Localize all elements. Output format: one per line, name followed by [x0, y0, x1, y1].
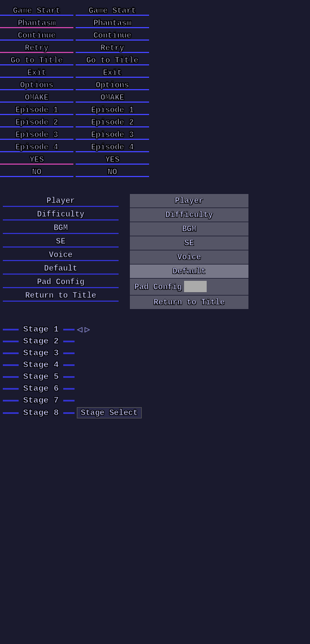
options-right-item-5[interactable]: Default: [130, 264, 248, 278]
options-left-item-4[interactable]: Voice: [3, 248, 119, 262]
options-left-item-7[interactable]: Return to Title: [3, 289, 119, 302]
menu-left-item-0[interactable]: Game Start: [0, 5, 73, 17]
menu-right-item-12[interactable]: YES: [76, 153, 149, 166]
stage-bar-right-7: [63, 412, 75, 414]
options-left-item-5[interactable]: Default: [3, 262, 119, 275]
options-right-item-1[interactable]: Difficulty: [130, 208, 248, 222]
options-right-item-4[interactable]: Voice: [130, 250, 248, 264]
stage-row-6[interactable]: Stage 7: [3, 395, 307, 406]
options-right-item-0[interactable]: Player: [130, 194, 248, 208]
stage-label-2: Stage 3: [21, 348, 61, 359]
menu-left-item-10[interactable]: Episode 3: [0, 129, 73, 141]
stage-bar-left-4: [3, 376, 19, 378]
menu-left-item-3[interactable]: Retry: [0, 42, 73, 54]
menu-right-item-4[interactable]: Go to Title: [76, 54, 149, 67]
options-right-item-2[interactable]: BGM: [130, 222, 248, 236]
stage-bar-left-1: [3, 341, 19, 342]
stage-row-3[interactable]: Stage 4: [3, 360, 307, 370]
stage-label-3: Stage 4: [21, 360, 61, 370]
menu-right-item-3[interactable]: Retry: [76, 42, 149, 54]
menu-left-item-8[interactable]: Episode 1: [0, 104, 73, 116]
stage-bar-right-1: [63, 341, 75, 342]
menu-right-item-1[interactable]: Phantasm: [76, 17, 149, 29]
menu-right-item-10[interactable]: Episode 3: [76, 129, 149, 141]
stage-row-5[interactable]: Stage 6: [3, 383, 307, 394]
menu-left-item-9[interactable]: Episode 2: [0, 116, 73, 129]
options-left-item-0[interactable]: Player: [3, 194, 119, 208]
stage-row-4[interactable]: Stage 5: [3, 372, 307, 382]
menu-left-item-4[interactable]: Go to Title: [0, 54, 73, 67]
stage-label-7: Stage 8: [21, 408, 61, 418]
stage-arrows: ◁▷: [77, 324, 90, 335]
stage-bar-left-0: [3, 329, 19, 330]
stage-bar-left-5: [3, 388, 19, 390]
stage-bar-left-6: [3, 400, 19, 402]
options-left-item-6[interactable]: Pad Config: [3, 275, 119, 289]
stage-bar-right-0: [63, 329, 75, 330]
stage-bar-left-3: [3, 364, 19, 366]
menu-right-item-8[interactable]: Episode 1: [76, 104, 149, 116]
stage-bar-right-4: [63, 376, 75, 378]
stage-bar-right-3: [63, 364, 75, 366]
menu-left-item-12[interactable]: YES: [0, 153, 73, 166]
menu-right-item-13[interactable]: NO: [76, 166, 149, 178]
menu-right-item-6[interactable]: Options: [76, 79, 149, 91]
options-right-item-7[interactable]: Return to Title: [130, 295, 248, 309]
menu-left-item-6[interactable]: Options: [0, 79, 73, 91]
stage-bar-right-6: [63, 400, 75, 402]
menu-left-item-7[interactable]: OMAKE: [0, 91, 73, 104]
menu-right-item-5[interactable]: Exit: [76, 67, 149, 79]
options-left-item-1[interactable]: Difficulty: [3, 208, 119, 221]
menu-right-item-2[interactable]: Continue: [76, 29, 149, 42]
menu-right-item-11[interactable]: Episode 4: [76, 141, 149, 153]
menu-right-item-7[interactable]: OMAKE: [76, 91, 149, 104]
stage-row-2[interactable]: Stage 3: [3, 348, 307, 359]
options-right-column: PlayerDifficultyBGMSEVoiceDefaultPad Con…: [130, 194, 248, 310]
stage-arrow-left[interactable]: ◁: [77, 324, 82, 335]
stage-bar-right-5: [63, 388, 75, 390]
stage-label-1: Stage 2: [21, 336, 61, 347]
menu-right-item-9[interactable]: Episode 2: [76, 116, 149, 129]
main-menu-section: Game StartPhantasmContinueRetryGo to Tit…: [0, 0, 310, 183]
stage-bar-left-7: [3, 412, 19, 414]
menu-left-item-5[interactable]: Exit: [0, 67, 73, 79]
stage-label-4: Stage 5: [21, 372, 61, 382]
menu-left-column: Game StartPhantasmContinueRetryGo to Tit…: [0, 5, 73, 178]
stage-bar-left-2: [3, 352, 19, 354]
options-right-item-6[interactable]: Pad Config: [130, 279, 248, 295]
stage-arrow-right[interactable]: ▷: [85, 324, 90, 335]
stage-select-section: Stage 1◁▷Stage 2Stage 3Stage 4Stage 5Sta…: [0, 315, 310, 425]
options-left-column: PlayerDifficultyBGMSEVoiceDefaultPad Con…: [0, 194, 119, 310]
options-section: PlayerDifficultyBGMSEVoiceDefaultPad Con…: [0, 183, 310, 315]
stage-row-1[interactable]: Stage 2: [3, 336, 307, 347]
menu-left-item-13[interactable]: NO: [0, 166, 73, 178]
stage-row-7[interactable]: Stage 8Stage Select: [3, 407, 307, 418]
stage-label-5: Stage 6: [21, 383, 61, 394]
stage-select-badge: Stage Select: [77, 407, 142, 418]
stage-bar-right-2: [63, 352, 75, 354]
menu-right-item-0[interactable]: Game Start: [76, 5, 149, 17]
stage-row-0[interactable]: Stage 1◁▷: [3, 324, 307, 335]
menu-right-column: Game StartPhantasmContinueRetryGo to Tit…: [76, 5, 149, 178]
menu-left-item-2[interactable]: Continue: [0, 29, 73, 42]
options-right-item-3[interactable]: SE: [130, 236, 248, 250]
options-left-item-3[interactable]: SE: [3, 235, 119, 248]
stage-label-6: Stage 7: [21, 395, 61, 406]
stage-label-0: Stage 1: [21, 324, 61, 335]
options-left-item-2[interactable]: BGM: [3, 221, 119, 235]
menu-left-item-1[interactable]: Phantasm: [0, 17, 73, 29]
menu-left-item-11[interactable]: Episode 4: [0, 141, 73, 153]
